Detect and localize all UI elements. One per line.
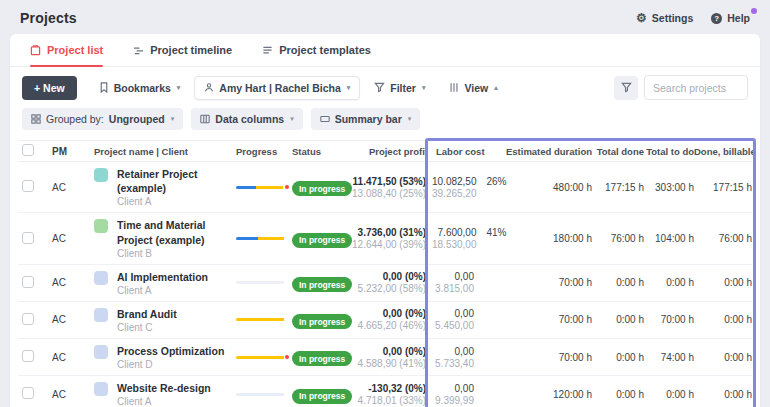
profit-sub: 12.644,00 (39%) [340, 239, 426, 250]
grouped-by-value: Ungrouped [109, 113, 165, 125]
project-name-link[interactable]: AI Implementation [117, 270, 208, 284]
estimated-duration: 180:00 h [504, 233, 592, 244]
col-header-total-to-do[interactable]: Total to do [644, 146, 694, 157]
project-name-link[interactable]: Retainer Project (example) [117, 167, 236, 195]
row-checkbox[interactable] [22, 232, 34, 244]
filter-label: Filter [390, 82, 416, 94]
total-done: 0:00 h [592, 277, 644, 288]
col-header-progress[interactable]: Progress [236, 146, 292, 157]
search-input[interactable] [644, 75, 748, 100]
bookmarks-label: Bookmarks [114, 82, 171, 94]
view-columns-icon [449, 82, 459, 93]
summary-bar-button[interactable]: Summary bar ▾ [311, 108, 421, 130]
total-to-do: 74:00 h [644, 352, 694, 363]
select-all-checkbox[interactable] [22, 144, 34, 156]
profit-sub: 4.718,01 (33%) [340, 395, 426, 406]
total-done: 0:00 h [592, 352, 644, 363]
project-client: Client A [117, 396, 211, 407]
help-button[interactable]: ? Help [711, 12, 750, 24]
chevron-down-icon: ▾ [177, 84, 181, 92]
total-to-do: 70:00 h [644, 314, 694, 325]
progress-bar [236, 281, 284, 284]
templates-icon [262, 45, 273, 56]
progress-bar [236, 356, 284, 359]
page-header: Projects ⚙ Settings ? Help [0, 0, 770, 34]
profit-main: 0,00 (0%) [340, 346, 426, 357]
grouped-by-label: Grouped by: [46, 113, 104, 125]
bookmarks-button[interactable]: Bookmarks ▾ [89, 76, 191, 100]
row-checkbox[interactable] [22, 313, 34, 325]
col-header-labor[interactable]: Labor cost [428, 146, 504, 157]
page-title: Projects [20, 10, 77, 26]
project-client: Client C [117, 322, 177, 333]
tab-project-templates[interactable]: Project templates [262, 34, 371, 66]
estimated-duration: 70:00 h [504, 277, 592, 288]
project-color-icon [94, 168, 108, 182]
project-name-link[interactable]: Brand Audit [117, 307, 177, 321]
filter-button[interactable]: Filter ▾ [364, 76, 435, 100]
row-checkbox[interactable] [22, 387, 34, 399]
total-to-do: 0:00 h [644, 277, 694, 288]
project-name-link[interactable]: Process Optimization [117, 344, 224, 358]
project-color-icon [94, 308, 108, 322]
col-header-pm[interactable]: PM [44, 146, 94, 157]
summary-bar-icon [320, 114, 330, 124]
owner-filter-button[interactable]: Amy Hart | Rachel Bicha ▾ [194, 76, 360, 100]
col-header-total-done[interactable]: Total done [592, 146, 644, 157]
col-header-done-billable[interactable]: Done, billable [694, 146, 752, 157]
chevron-down-icon: ▾ [171, 115, 175, 123]
profit-main: 0,00 (0%) [340, 308, 426, 319]
settings-button[interactable]: ⚙ Settings [636, 12, 693, 24]
tab-label: Project list [47, 44, 103, 56]
table-row[interactable]: AC Retainer Project (example) Client A I… [18, 162, 752, 213]
view-button[interactable]: View ▴ [439, 76, 507, 100]
estimated-duration: 480:00 h [504, 182, 592, 193]
table-row[interactable]: AC AI Implementation Client A In progres… [18, 265, 752, 302]
table-row[interactable]: AC Process Optimization Client D In prog… [18, 339, 752, 376]
project-color-icon [94, 271, 108, 285]
labor-cost-pct: 26% [477, 176, 507, 187]
notification-dot [751, 8, 757, 14]
chevron-down-icon: ▾ [408, 115, 412, 123]
done-billable: 0:00 h [694, 277, 752, 288]
profit-sub: 4.588,90 (41%) [340, 358, 426, 369]
tab-label: Project templates [279, 44, 371, 56]
col-header-estimated[interactable]: Estimated duration [504, 146, 592, 157]
filter-funnel-icon [374, 82, 385, 93]
estimated-duration: 70:00 h [504, 314, 592, 325]
table-row[interactable]: AC Brand Audit Client C In progress 0,00… [18, 302, 752, 339]
table-row[interactable]: AC Time and Material Project (example) C… [18, 213, 752, 264]
gear-icon: ⚙ [636, 12, 647, 24]
row-checkbox[interactable] [22, 276, 34, 288]
total-done: 177:15 h [592, 182, 644, 193]
project-name-link[interactable]: Website Re-design [117, 381, 211, 395]
data-columns-button[interactable]: Data columns ▾ [191, 108, 302, 130]
col-header-status[interactable]: Status [292, 146, 340, 157]
row-pm: AC [44, 277, 94, 288]
table-row[interactable]: AC Website Re-design Client A In progres… [18, 376, 752, 407]
tab-project-list[interactable]: Project list [30, 34, 103, 66]
col-header-name[interactable]: Project name | Client [94, 146, 236, 157]
project-name-link[interactable]: Time and Material Project (example) [117, 218, 236, 246]
total-to-do: 303:00 h [644, 182, 694, 193]
labor-cost-main: 0,00 [432, 346, 474, 357]
col-header-profit[interactable]: Project profit [340, 146, 428, 157]
chevron-down-icon: ▾ [422, 84, 426, 92]
new-button[interactable]: + New [22, 76, 77, 100]
labor-cost-pct [474, 271, 504, 282]
chevron-down-icon: ▾ [347, 84, 351, 92]
total-done: 0:00 h [592, 389, 644, 400]
done-billable: 0:00 h [694, 314, 752, 325]
profit-sub: 4.665,20 (46%) [340, 320, 426, 331]
grouped-by-button[interactable]: Grouped by: Ungrouped ▾ [22, 108, 183, 130]
row-checkbox[interactable] [22, 180, 34, 192]
labor-cost-sub: 39.265,20 [432, 188, 477, 199]
row-checkbox[interactable] [22, 350, 34, 362]
progress-bar [236, 237, 284, 240]
search-filter-button[interactable] [614, 76, 638, 100]
tab-project-timeline[interactable]: Project timeline [133, 34, 232, 66]
total-to-do: 0:00 h [644, 389, 694, 400]
total-done: 0:00 h [592, 314, 644, 325]
chevron-down-icon: ▾ [290, 115, 294, 123]
row-pm: AC [44, 233, 94, 244]
